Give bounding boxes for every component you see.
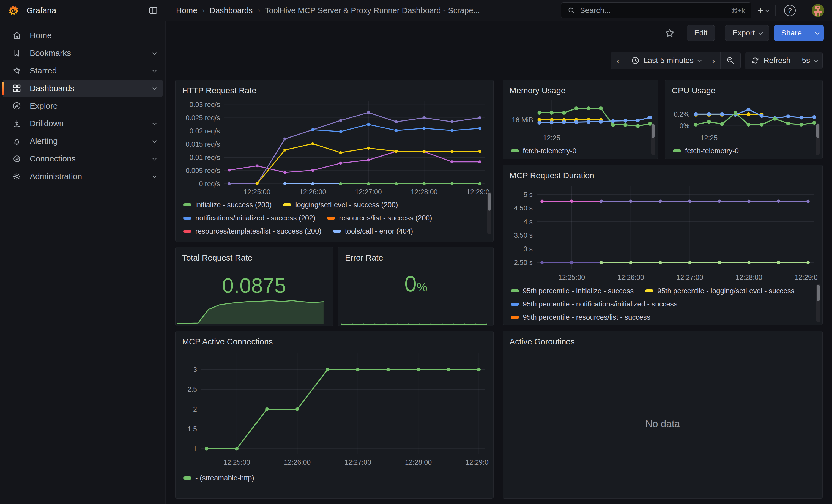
- legend-swatch: [183, 477, 191, 479]
- svg-text:2.5: 2.5: [187, 386, 197, 393]
- legend-item[interactable]: fetch-telemetry-0: [511, 147, 576, 155]
- sidebar-item-dashboards[interactable]: Dashboards: [3, 80, 163, 97]
- refresh-button[interactable]: Refresh: [745, 52, 796, 69]
- legend-item[interactable]: 95th percentile - resources/list - succe…: [511, 313, 650, 322]
- legend-swatch: [327, 216, 335, 219]
- legend-label: 95th percentile - notifications/initiali…: [523, 300, 677, 309]
- sidebar-item-label: Starred: [30, 66, 152, 75]
- legend-item[interactable]: initialize - success (200): [183, 200, 271, 209]
- sidebar-item-label: Alerting: [30, 136, 152, 146]
- legend-scrollbar[interactable]: [651, 123, 655, 155]
- legend-label: 95th percentile - logging/setLevel - suc…: [657, 287, 795, 295]
- legend-scrollbar[interactable]: [816, 284, 820, 322]
- sidebar-toggle-icon[interactable]: [149, 6, 158, 15]
- svg-text:0.005 req/s: 0.005 req/s: [186, 167, 220, 175]
- svg-text:5 s: 5 s: [524, 191, 532, 198]
- panel-title[interactable]: MCP Active Connections: [176, 331, 493, 346]
- legend-label: fetch-telemetry-0: [523, 147, 576, 155]
- legend-item[interactable]: - (streamable-http): [183, 474, 254, 482]
- edit-label: Edit: [694, 29, 707, 37]
- share-button[interactable]: Share: [774, 25, 824, 41]
- help-button[interactable]: ?: [783, 3, 797, 18]
- chevron-down-icon: [765, 8, 770, 12]
- legend-item[interactable]: 95th percentile - notifications/initiali…: [511, 299, 677, 309]
- search-input[interactable]: Search... ⌘+k: [561, 2, 751, 19]
- legend-label: resources/list - success (200): [339, 214, 432, 222]
- panel-title[interactable]: MCP Request Duration: [503, 165, 822, 180]
- chevron-down-icon: [814, 58, 818, 62]
- legend-swatch: [511, 289, 519, 292]
- panel-error-rate: Error Rate 0%: [338, 247, 494, 326]
- legend-item[interactable]: notifications/initialized - success (202…: [183, 213, 315, 222]
- sidebar-item-alerting[interactable]: Alerting: [3, 132, 163, 150]
- edit-button[interactable]: Edit: [687, 25, 715, 41]
- svg-text:12:25:00: 12:25:00: [558, 273, 585, 281]
- sidebar-item-home[interactable]: Home: [3, 27, 163, 44]
- sidebar-item-bookmarks[interactable]: Bookmarks: [3, 44, 163, 62]
- legend-item[interactable]: fetch-telemetry-0: [673, 147, 739, 155]
- chevron-down-icon: [152, 50, 157, 55]
- legend-swatch: [283, 203, 291, 206]
- sidebar-item-starred[interactable]: Starred: [3, 62, 163, 80]
- time-shift-back-button[interactable]: ‹: [611, 52, 625, 69]
- chevron-down-icon: [758, 30, 763, 35]
- export-label: Export: [732, 29, 755, 37]
- panel-title[interactable]: Active Goroutines: [503, 331, 822, 346]
- legend-item[interactable]: logging/setLevel - success (200): [283, 200, 398, 209]
- top-bar: Grafana Home›Dashboards›ToolHive MCP Ser…: [0, 0, 832, 21]
- breadcrumb-item[interactable]: Home: [176, 6, 197, 15]
- panel-title[interactable]: HTTP Request Rate: [176, 80, 493, 95]
- legend-item[interactable]: resources/templates/list - success (200): [183, 227, 321, 236]
- panel-title[interactable]: Memory Usage: [503, 80, 658, 95]
- time-range-picker[interactable]: Last 5 minutes: [625, 52, 706, 69]
- sidebar-item-label: Explore: [30, 101, 155, 111]
- sidebar-item-label: Connections: [30, 154, 152, 163]
- svg-text:0.025 req/s: 0.025 req/s: [186, 114, 220, 122]
- svg-text:1: 1: [193, 445, 197, 453]
- search-icon: [567, 6, 576, 15]
- svg-text:0.2%: 0.2%: [674, 110, 690, 118]
- chevron-right-icon: ›: [712, 55, 715, 66]
- breadcrumb-item[interactable]: Dashboards: [210, 6, 253, 15]
- add-button[interactable]: +: [757, 5, 768, 17]
- refresh-label: Refresh: [763, 56, 790, 65]
- sidebar-item-connections[interactable]: Connections: [3, 150, 163, 167]
- avatar-image: [812, 4, 824, 17]
- sidebar-item-explore[interactable]: Explore: [3, 97, 163, 115]
- legend-scrollbar[interactable]: [816, 123, 820, 155]
- favorite-button[interactable]: [663, 26, 677, 40]
- svg-text:3.50 s: 3.50 s: [514, 231, 532, 239]
- side-nav: HomeBookmarksStarredDashboardsExploreDri…: [0, 21, 166, 504]
- legend-label: tools/call - error (404): [345, 227, 413, 236]
- user-avatar[interactable]: [812, 4, 824, 17]
- time-shift-forward-button[interactable]: ›: [706, 52, 721, 69]
- plus-icon: +: [757, 5, 763, 17]
- search-shortcut: ⌘+k: [731, 7, 745, 15]
- svg-text:12:25: 12:25: [701, 134, 718, 142]
- sidebar-item-administration[interactable]: Administration: [3, 167, 163, 185]
- share-menu-button[interactable]: [809, 25, 824, 41]
- svg-text:12:26:00: 12:26:00: [284, 458, 311, 466]
- chevron-down-icon: [152, 85, 157, 90]
- http-legend: initialize - success (200)logging/setLev…: [176, 198, 493, 240]
- legend-scrollbar[interactable]: [487, 191, 491, 234]
- svg-text:12:28:00: 12:28:00: [735, 273, 762, 281]
- panel-title[interactable]: Error Rate: [338, 247, 493, 262]
- legend-item[interactable]: tools/call - error (404): [333, 227, 413, 236]
- panel-memory-usage: Memory Usage 16 MiB12:25 fetch-telemetry…: [503, 80, 658, 159]
- refresh-interval-picker[interactable]: 5s: [796, 52, 822, 69]
- sidebar-item-drilldown[interactable]: Drilldown: [3, 115, 163, 132]
- panel-total-request-rate: Total Request Rate 0.0875: [175, 247, 333, 326]
- legend-item[interactable]: 95th percentile - logging/setLevel - suc…: [645, 286, 795, 295]
- legend-item[interactable]: 95th percentile - initialize - success: [511, 286, 634, 295]
- chevron-left-icon: ‹: [617, 55, 620, 66]
- panel-title[interactable]: CPU Usage: [665, 80, 822, 95]
- sidebar-header: Grafana: [0, 0, 166, 21]
- legend-label: 95th percentile - resources/list - succe…: [523, 313, 650, 322]
- zoom-out-button[interactable]: [721, 52, 740, 69]
- panel-title[interactable]: Total Request Rate: [176, 247, 333, 262]
- brand-name: Grafana: [26, 6, 149, 15]
- legend-item[interactable]: resources/list - success (200): [327, 213, 432, 222]
- export-button[interactable]: Export: [725, 25, 769, 41]
- legend-swatch: [183, 216, 191, 219]
